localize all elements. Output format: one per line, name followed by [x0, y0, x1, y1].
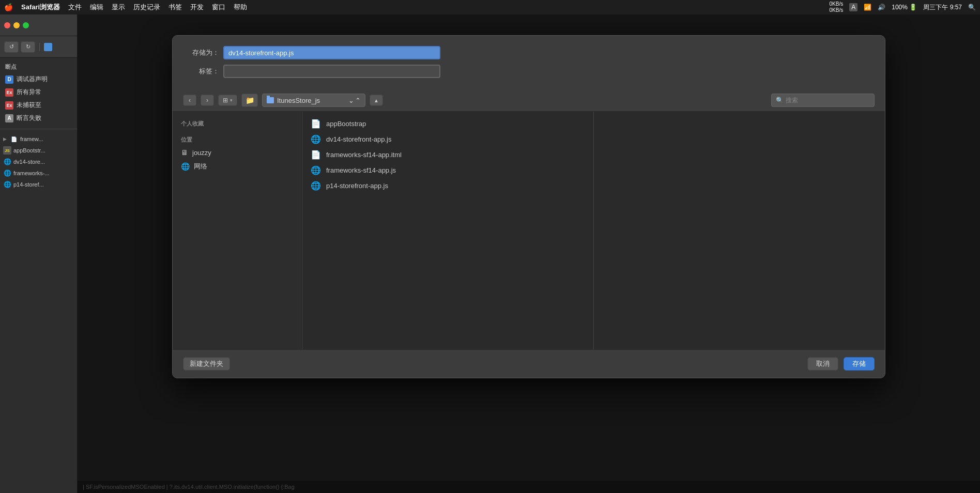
toolbar-back-button[interactable]: ‹ [183, 95, 196, 106]
wifi-icon: 📶 [864, 4, 871, 11]
apple-menu[interactable]: 🍎 [4, 3, 13, 11]
sidebar: ↺ ↻ 断点 D 调试器声明 Ex 所有异常 Ex 未捕获至 A 断言失败 ▶ … [0, 14, 78, 493]
view-dropdown-arrow: ▾ [230, 98, 233, 103]
sidebar-file-p14-label: p14-storef... [13, 181, 44, 188]
uncaught-icon: Ex [5, 101, 13, 110]
dialog-actions: 取消 存储 [807, 357, 875, 371]
filename-row: 存储为： [188, 46, 869, 59]
tags-label: 标签： [188, 67, 219, 76]
nav-back-button[interactable]: ↺ [4, 41, 19, 53]
menu-bookmarks[interactable]: 书签 [169, 3, 182, 12]
frameworks-file-icon: 🌐 [3, 169, 11, 177]
toolbar-expand-button[interactable]: ▲ [370, 95, 383, 106]
browser-sidebar: 个人收藏 位置 🖥 jouzzy 🌐 网络 [173, 112, 302, 349]
sidebar-item-debugger-label: 调试器声明 [17, 75, 48, 84]
network-speed: 0KB/s0KB/s [830, 1, 844, 13]
main-area: 存储为： 标签： ‹ › [78, 14, 980, 493]
sidebar-file-framework[interactable]: ▶ 📄 framew... [0, 133, 77, 145]
toolbar-view-button[interactable]: ⊞ ▾ [218, 95, 237, 106]
app-container: ↺ ↻ 断点 D 调试器声明 Ex 所有异常 Ex 未捕获至 A 断言失败 ▶ … [0, 14, 980, 493]
browser-main: 📄 appBootstrap 🌐 dv14-storefront-app.js … [302, 112, 593, 349]
save-button[interactable]: 存储 [844, 357, 875, 371]
appbootstrap-file-icon: JS [3, 146, 11, 155]
locations-section: 位置 🖥 jouzzy 🌐 网络 [173, 134, 301, 174]
framework-file-icon: 📄 [10, 135, 18, 143]
folder-icon: 📁 [246, 96, 254, 104]
locations-label: 位置 [173, 134, 301, 146]
assertion-icon: A [5, 114, 13, 122]
sidebar-file-appbootstrap[interactable]: JS appBootstr... [0, 145, 77, 156]
menu-develop[interactable]: 开发 [190, 3, 204, 12]
tags-input[interactable] [223, 65, 440, 78]
filename-input[interactable] [223, 46, 440, 59]
menu-edit[interactable]: 编辑 [90, 3, 103, 12]
forward-icon: › [206, 97, 208, 104]
menu-help[interactable]: 帮助 [234, 3, 247, 12]
menubar-right: 0KB/s0KB/s A 📶 🔊 100% 🔋 周三下午 9:57 🔍 [830, 1, 976, 13]
sidebar-file-dv14[interactable]: 🌐 dv14-store... [0, 156, 77, 167]
new-folder-button[interactable]: 新建文件夹 [183, 357, 230, 371]
file-frameworks-js-name: frameworks-sf14-app.js [326, 166, 396, 174]
sidebar-divider [0, 129, 77, 129]
menu-file[interactable]: 文件 [68, 3, 82, 12]
path-selector[interactable]: ItunesStore_js ⌄ ⌃ [262, 94, 365, 107]
sidebar-file-frameworks-label: frameworks-... [13, 170, 50, 176]
favorites-label: 个人收藏 [173, 118, 301, 130]
menu-window[interactable]: 窗口 [212, 3, 225, 12]
favorites-section: 个人收藏 [173, 118, 301, 130]
location-network[interactable]: 🌐 网络 [173, 159, 301, 174]
path-down-arrow: ⌃ [355, 97, 361, 104]
traffic-close[interactable] [4, 22, 10, 28]
sidebar-item-all-exceptions-label: 所有异常 [17, 88, 41, 97]
sidebar-item-all-exceptions[interactable]: Ex 所有异常 [0, 86, 77, 99]
toolbar-search[interactable]: 🔍 [771, 94, 875, 107]
search-input[interactable] [786, 97, 858, 104]
menu-history[interactable]: 历史记录 [133, 3, 160, 12]
sidebar-item-assertion[interactable]: A 断言失败 [0, 112, 77, 125]
frameworks-itml-icon: 📄 [311, 149, 321, 160]
file-item-p14[interactable]: 🌐 p14-storefront-app.js [302, 178, 593, 193]
traffic-minimize[interactable] [13, 22, 20, 28]
save-dialog: 存储为： 标签： ‹ › [172, 35, 885, 378]
search-menubar-icon[interactable]: 🔍 [968, 4, 976, 11]
menu-safari[interactable]: Safari浏览器 [21, 3, 60, 12]
traffic-maximize[interactable] [23, 22, 29, 28]
expand-arrow: ▶ [3, 136, 7, 142]
p14-file-icon: 🌐 [3, 180, 11, 189]
file-p14-name: p14-storefront-app.js [326, 182, 388, 190]
volume-icon: 🔊 [878, 4, 885, 11]
datetime: 周三下午 9:57 [923, 3, 962, 12]
expand-icon: ▲ [374, 98, 379, 103]
cancel-button[interactable]: 取消 [807, 357, 838, 371]
tags-row: 标签： [188, 65, 869, 78]
toolbar-folder-button[interactable]: 📁 [241, 94, 258, 107]
file-item-frameworks-js[interactable]: 🌐 frameworks-sf14-app.js [302, 162, 593, 178]
sidebar-item-uncaught[interactable]: Ex 未捕获至 [0, 99, 77, 112]
location-jouzzy[interactable]: 🖥 jouzzy [173, 146, 301, 159]
menu-view[interactable]: 显示 [112, 3, 125, 12]
appbootstrap-icon: 📄 [311, 118, 321, 129]
p14-chrome-icon: 🌐 [311, 180, 321, 191]
frameworks-js-icon: 🌐 [311, 165, 321, 175]
input-method[interactable]: A [849, 3, 858, 11]
dialog-browser: 个人收藏 位置 🖥 jouzzy 🌐 网络 [173, 112, 885, 349]
sidebar-toolbar [0, 14, 77, 36]
view-icon: ⊞ [223, 97, 228, 104]
debugger-icon: D [5, 75, 13, 84]
breakpoints-label: 断点 [0, 58, 77, 73]
location-jouzzy-label: jouzzy [192, 149, 211, 157]
location-network-label: 网络 [194, 162, 207, 171]
sidebar-file-p14[interactable]: 🌐 p14-storef... [0, 179, 77, 190]
save-as-label: 存储为： [188, 48, 219, 57]
menubar: 🍎 Safari浏览器 文件 编辑 显示 历史记录 书签 开发 窗口 帮助 0K… [0, 0, 980, 14]
sidebar-item-debugger[interactable]: D 调试器声明 [0, 73, 77, 86]
browser-preview [594, 112, 885, 349]
file-item-frameworks-itml[interactable]: 📄 frameworks-sf14-app.itml [302, 147, 593, 162]
sidebar-file-frameworks[interactable]: 🌐 frameworks-... [0, 167, 77, 179]
file-item-dv14[interactable]: 🌐 dv14-storefront-app.js [302, 131, 593, 147]
nav-forward-button[interactable]: ↻ [21, 41, 35, 53]
toolbar-forward-button[interactable]: › [201, 95, 214, 106]
all-exceptions-icon: Ex [5, 88, 13, 97]
dv14-chrome-icon: 🌐 [311, 134, 321, 144]
file-item-appbootstrap[interactable]: 📄 appBootstrap [302, 116, 593, 131]
